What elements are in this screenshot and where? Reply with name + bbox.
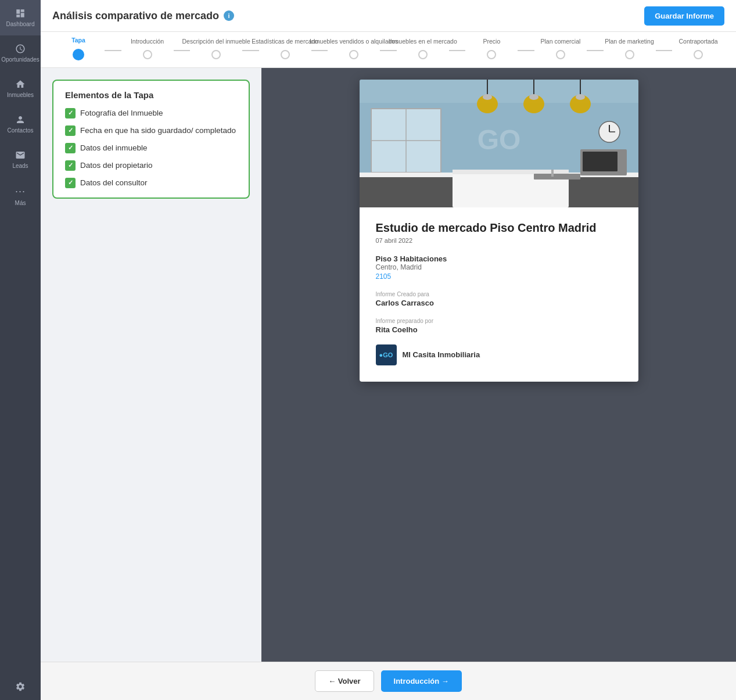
contactos-icon xyxy=(15,114,26,125)
info-icon[interactable]: i xyxy=(224,10,234,21)
step-descripcion[interactable]: Descripción del inmueble xyxy=(190,38,242,59)
step-circle-contraportada xyxy=(694,50,703,59)
sidebar-label-inmuebles: Inmuebles xyxy=(7,92,34,98)
step-plan-marketing[interactable]: Plan de marketing xyxy=(604,38,656,59)
checklist-box: Elementos de la Tapa Fotografía del Inmu… xyxy=(52,80,250,199)
preview-property-code: 2105 xyxy=(376,272,622,281)
next-button[interactable]: Introducción → xyxy=(381,670,462,692)
checklist-label-consultor: Datos del consultor xyxy=(80,178,148,187)
back-button[interactable]: ← Volver xyxy=(315,670,374,692)
preview-main-title: Estudio de mercado Piso Centro Madrid xyxy=(376,221,622,235)
main-content: Análisis comparativo de mercado i Guarda… xyxy=(41,0,736,700)
step-circle-vendidos xyxy=(349,50,358,59)
connector-5 xyxy=(380,50,397,51)
step-label-precio: Precio xyxy=(483,38,500,45)
svg-point-19 xyxy=(576,94,585,100)
step-estadisticas[interactable]: Estadísticas de mercado xyxy=(259,38,311,59)
connector-8 xyxy=(587,50,604,51)
connector-2 xyxy=(174,50,191,51)
connector-1 xyxy=(105,50,121,51)
svg-point-16 xyxy=(529,94,538,100)
steps-bar: Tapa Introducción Descripción del inmueb… xyxy=(41,32,736,68)
header-title-area: Análisis comparativo de mercado i xyxy=(52,10,234,22)
steps-row: Tapa Introducción Descripción del inmueb… xyxy=(52,32,724,67)
step-circle-precio xyxy=(487,50,496,59)
check-consultor xyxy=(65,178,76,188)
sidebar-label-leads: Leads xyxy=(12,163,28,169)
connector-3 xyxy=(242,50,259,51)
step-contraportada[interactable]: Contraportada xyxy=(672,38,724,59)
preview-logo: ●GO xyxy=(376,344,397,365)
checklist-item-datos-inmueble: Datos del inmueble xyxy=(65,143,237,153)
sidebar-item-inmuebles[interactable]: Inmuebles xyxy=(0,71,41,106)
svg-rect-24 xyxy=(583,152,617,171)
checklist-item-foto: Fotografía del Inmueble xyxy=(65,108,237,119)
svg-rect-10 xyxy=(551,170,554,177)
preview-content: Estudio de mercado Piso Centro Madrid 07… xyxy=(360,207,638,382)
sidebar-label-contactos: Contactos xyxy=(7,127,33,134)
step-circle-descripcion xyxy=(211,50,221,59)
step-circle-estadisticas xyxy=(281,50,290,59)
check-propietario xyxy=(65,160,76,171)
step-tapa[interactable]: Tapa xyxy=(52,37,105,60)
step-precio[interactable]: Precio xyxy=(465,38,518,59)
step-circle-plan-comercial xyxy=(556,50,565,59)
inmuebles-icon xyxy=(15,79,26,89)
step-vendidos[interactable]: Inmuebles vendidos o alquilados xyxy=(328,38,380,59)
sidebar-item-settings[interactable] xyxy=(0,673,41,700)
preview-consultant-name: Rita Coelho xyxy=(376,325,622,334)
preview-image: GO xyxy=(360,80,638,207)
sidebar-item-contactos[interactable]: Contactos xyxy=(0,106,41,142)
content-area: Elementos de la Tapa Fotografía del Inmu… xyxy=(41,68,736,662)
leads-icon xyxy=(15,150,26,160)
preview-informe-creado-label: Informe Creado para xyxy=(376,291,622,297)
checklist-item-fecha: Fecha en que ha sido guardado/ completad… xyxy=(65,125,237,136)
step-introduccion[interactable]: Introducción xyxy=(121,38,174,59)
connector-4 xyxy=(311,50,328,51)
check-foto xyxy=(65,108,76,119)
svg-rect-9 xyxy=(534,174,580,180)
sidebar-item-dashboard[interactable]: Dashboard xyxy=(0,0,41,35)
connector-9 xyxy=(656,50,673,51)
step-circle-plan-marketing xyxy=(625,50,634,59)
checklist-label-datos-inmueble: Datos del inmueble xyxy=(80,143,148,152)
preview-date: 07 abril 2022 xyxy=(376,237,622,244)
checklist-label-propietario: Datos del propietario xyxy=(80,161,153,170)
step-label-descripcion: Descripción del inmueble xyxy=(182,38,250,45)
preview-company: MI Casita Inmobiliaria xyxy=(403,350,480,359)
save-button[interactable]: Guardar Informe xyxy=(644,6,724,26)
step-label-estadisticas: Estadísticas de mercado xyxy=(252,38,318,45)
oportunidades-icon xyxy=(15,44,26,54)
checklist-label-foto: Fotografía del Inmueble xyxy=(80,109,163,117)
preview-logo-row: ●GO MI Casita Inmobiliaria xyxy=(376,344,622,365)
step-label-plan-comercial: Plan comercial xyxy=(541,38,581,45)
sidebar-item-mas[interactable]: ··· Más xyxy=(0,177,41,214)
step-circle-introduccion xyxy=(143,50,152,59)
connector-6 xyxy=(449,50,466,51)
step-circle-tapa xyxy=(73,49,84,60)
step-plan-comercial[interactable]: Plan comercial xyxy=(534,38,587,59)
step-label-tapa: Tapa xyxy=(71,37,85,44)
sidebar-label-mas: Más xyxy=(15,200,26,206)
step-mercado[interactable]: Inmuebles en el mercado xyxy=(397,38,449,59)
checklist-label-fecha: Fecha en que ha sido guardado/ completad… xyxy=(80,126,236,135)
sidebar-label-dashboard: Dashboard xyxy=(6,21,35,27)
connector-7 xyxy=(518,50,534,51)
preview-sheet: GO xyxy=(360,80,638,382)
sidebar-item-oportunidades[interactable]: Oportunidades xyxy=(0,35,41,71)
page-title: Análisis comparativo de mercado xyxy=(52,10,219,22)
preview-client-name: Carlos Carrasco xyxy=(376,299,622,307)
step-label-plan-marketing: Plan de marketing xyxy=(605,38,654,45)
sidebar-item-leads[interactable]: Leads xyxy=(0,142,41,177)
preview-informe-preparado-label: Informe preparado por xyxy=(376,318,622,324)
preview-property-title: Piso 3 Habitaciones xyxy=(376,254,622,263)
checklist-item-consultor: Datos del consultor xyxy=(65,178,237,188)
header: Análisis comparativo de mercado i Guarda… xyxy=(41,0,736,32)
sidebar: Dashboard Oportunidades Inmuebles Contac… xyxy=(0,0,41,700)
svg-text:GO: GO xyxy=(477,124,520,155)
left-panel: Elementos de la Tapa Fotografía del Inmu… xyxy=(41,68,261,662)
step-label-vendidos: Inmuebles vendidos o alquilados xyxy=(310,38,398,45)
check-datos-inmueble xyxy=(65,143,76,153)
step-label-mercado: Inmuebles en el mercado xyxy=(389,38,457,45)
checklist-item-propietario: Datos del propietario xyxy=(65,160,237,171)
